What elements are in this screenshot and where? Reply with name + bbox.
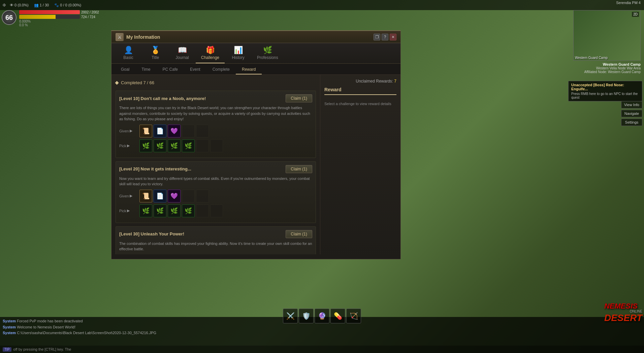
location-main: Western Guard Camp (584, 62, 641, 66)
pick-items-lv10: 🌿 🌿 🌿 🌿 (139, 139, 223, 152)
window-header: ⚔ My Information ❐ ? ✕ (111, 31, 400, 43)
chat-text-1: Forced PvP mode has been deactivated (17, 319, 83, 323)
hotbar-slot-1[interactable]: ⚔️ (283, 309, 298, 323)
mp-bar-bg (19, 15, 80, 19)
p2-item-2: 🌿 (154, 204, 166, 217)
challenge-tab-icon: 🎁 (206, 46, 215, 55)
given-row-lv10: Given ▶ 📜 📄 💜 (119, 125, 312, 137)
unclaimed-rewards: Unclaimed Rewards: 7 (324, 79, 396, 84)
settings-button[interactable]: Settings (621, 119, 642, 126)
professions-tab-label: Professions (257, 55, 278, 60)
challenge-title-lv20: [Level 20] Now it gets interesting... (119, 166, 191, 171)
claim-button-lv20[interactable]: Claim (1) (286, 165, 312, 173)
right-reward-panel: Unclaimed Rewards: 7 Reward Select a cha… (320, 75, 400, 254)
party-indicator: 👥 1 / 30 (34, 3, 49, 7)
pick-label-lv10: Pick ▶ (119, 143, 139, 148)
given-items-lv20: 📜 📄 💜 (139, 190, 209, 202)
completed-text: Completed 7 / 66 (121, 80, 154, 85)
challenge-header-lv20: [Level 20] Now it gets interesting... Cl… (119, 165, 312, 173)
pick-arrow-lv20: ▶ (127, 208, 130, 213)
g2-item-2: 📄 (154, 190, 166, 202)
hotbar-slot-3[interactable]: 🔮 (315, 309, 329, 323)
challenge-tab-label: Challenge (201, 55, 219, 60)
window-controls: ❐ ? ✕ (374, 34, 396, 40)
given-arrow-lv10: ▶ (130, 129, 132, 133)
pick-row-lv20: Pick ▶ 🌿 🌿 🌿 🌿 (119, 204, 312, 217)
given-label-lv10: Given ▶ (119, 129, 139, 133)
sub-tab-pc-cafe[interactable]: PC Cafe (157, 65, 184, 74)
level-badge: 66 (2, 10, 17, 25)
sub-tab-bar: Goal Time PC Cafe Event Complete Reward (111, 64, 400, 75)
p2-item-5 (196, 204, 209, 217)
side-buttons: View Info Navigate Settings (621, 101, 642, 126)
chat-tag-2: System (3, 325, 16, 329)
hotbar-slot-4[interactable]: 💊 (330, 309, 345, 323)
tab-bar: 👤 Basic 🏅 Title 📖 Journal 🎁 Challenge 📊 … (111, 43, 400, 64)
pick-items-lv20: 🌿 🌿 🌿 🌿 (139, 204, 223, 217)
hotbar: ⚔️ 🛡️ 🔮 💊 🏹 (283, 309, 361, 323)
health-bars: 2002 / 2002 724 / 724 0.000% 0.0 % (19, 10, 99, 27)
restore-button[interactable]: ❐ (374, 34, 380, 40)
p2-item-3: 🌿 (168, 204, 181, 217)
navigate-button[interactable]: Navigate (621, 110, 642, 117)
p2-item-1: 🌿 (139, 204, 152, 217)
given-item-3: 💜 (168, 125, 181, 137)
challenge-card-lv30: [Level 30] Unleash Your Power! Claim (1)… (116, 226, 316, 255)
tab-challenge[interactable]: 🎁 Challenge (196, 43, 225, 63)
quest-notification[interactable]: Unaccepted [Boss] Red Nose: Engulfe... P… (568, 81, 642, 101)
quest-title: Unaccepted [Boss] Red Nose: Engulfe... (571, 83, 639, 91)
hp-label: 2002 / 2002 (81, 10, 99, 14)
minimap-location: Western Guard Camp (575, 56, 608, 60)
tab-title[interactable]: 🏅 Title (142, 43, 169, 63)
hud-top-bar: ✠ 👁 0 (0.0%) 👥 1 / 30 🐾 0 / 0 (0.00%) Se… (0, 0, 644, 10)
mp-label: 724 / 724 (81, 15, 95, 19)
chat-tag-1: System (3, 319, 16, 323)
challenge-header-lv30: [Level 30] Unleash Your Power! Claim (1) (119, 230, 312, 238)
view-info-button[interactable]: View Info (621, 101, 642, 108)
given-item-1: 📜 (139, 125, 152, 137)
claim-button-lv10[interactable]: Claim (1) (286, 94, 312, 102)
claim-button-lv30[interactable]: Claim (1) (286, 230, 312, 238)
sub-tab-reward[interactable]: Reward (236, 65, 262, 74)
history-tab-icon: 📊 (234, 46, 243, 55)
hp-bar-fill (19, 10, 80, 14)
pick-item-6 (210, 139, 223, 152)
hotbar-slot-2[interactable]: 🛡️ (299, 309, 314, 323)
pvp-indicator: 👁 0 (0.0%) (10, 3, 29, 7)
reward-placeholder: Select a challenge to view reward detail… (324, 102, 396, 106)
minimap[interactable]: 2D Western Guard Camp (573, 10, 641, 61)
title-tab-icon: 🏅 (151, 46, 160, 55)
challenge-desc-lv10: There are lots of things you can try in … (119, 105, 312, 122)
sub-tab-event[interactable]: Event (184, 65, 206, 74)
journal-tab-label: Journal (175, 55, 189, 60)
given-row-lv20: Given ▶ 📜 📄 💜 (119, 190, 312, 202)
challenge-rewards-lv10: Given ▶ 📜 📄 💜 Pick (119, 125, 312, 152)
g2-item-1: 📜 (139, 190, 152, 202)
help-button[interactable]: ? (382, 34, 388, 40)
g2-item-4 (182, 190, 195, 202)
close-button[interactable]: ✕ (390, 34, 396, 40)
pick-item-5 (196, 139, 209, 152)
given-item-2: 📄 (154, 125, 166, 137)
challenge-desc-lv20: Now you want to learn and try different … (119, 176, 312, 187)
sub-tab-time[interactable]: Time (135, 65, 156, 74)
challenge-rewards-lv20: Given ▶ 📜 📄 💜 Pick (119, 190, 312, 217)
tab-journal[interactable]: 📖 Journal (169, 43, 196, 63)
tab-professions[interactable]: 🌿 Professions (252, 43, 284, 63)
professions-tab-icon: 🌿 (263, 46, 272, 55)
chat-tag-3: System (3, 331, 16, 335)
tab-basic[interactable]: 👤 Basic (115, 43, 142, 63)
given-label-lv20: Given ▶ (119, 194, 139, 198)
sub-tab-complete[interactable]: Complete (206, 65, 236, 74)
tip-tag: TIP (3, 347, 11, 352)
sub-tab-goal[interactable]: Goal (115, 65, 135, 74)
diamond-icon (115, 81, 119, 85)
location-sub2: Affiliated Node: Western Guard Camp (584, 70, 641, 74)
hp-bar-bg (19, 10, 80, 14)
tab-history[interactable]: 📊 History (225, 43, 252, 63)
hotbar-slot-5[interactable]: 🏹 (346, 309, 361, 323)
journal-tab-icon: 📖 (178, 46, 187, 55)
secondary-label: 0.0 % (19, 23, 99, 27)
chat-text-2: Welcome to Nemesis Desert World! (17, 325, 75, 329)
pick-item-1: 🌿 (139, 139, 152, 152)
